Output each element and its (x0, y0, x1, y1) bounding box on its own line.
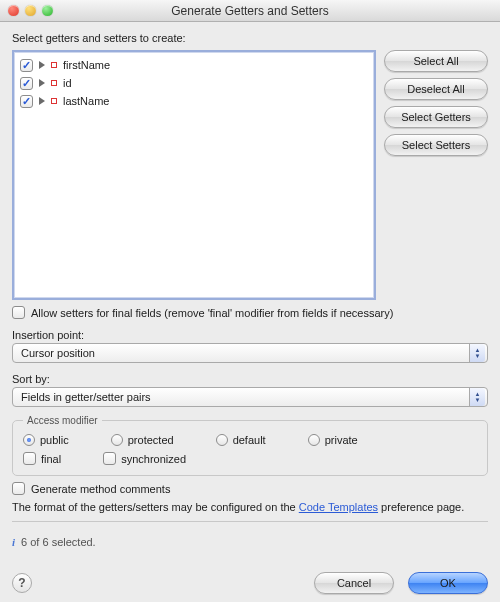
help-button[interactable]: ? (12, 573, 32, 593)
radio-icon[interactable] (111, 434, 123, 446)
checkbox-icon[interactable] (23, 452, 36, 465)
stepper-icon[interactable]: ▲▼ (469, 344, 485, 362)
field-name: firstName (63, 59, 110, 71)
dialog-body: Select getters and setters to create: fi… (0, 22, 500, 602)
radio-icon[interactable] (216, 434, 228, 446)
disclosure-icon[interactable] (39, 97, 45, 105)
tree-item[interactable]: firstName (16, 56, 372, 74)
insertion-point-select[interactable]: Cursor position ▲▼ (12, 343, 488, 363)
checkbox-label: synchronized (121, 453, 186, 465)
cancel-button[interactable]: Cancel (314, 572, 394, 594)
generate-comments-label: Generate method comments (31, 483, 170, 495)
radio-label: public (40, 434, 69, 446)
radio-default[interactable]: default (216, 434, 266, 446)
footnote: The format of the getters/setters may be… (12, 501, 488, 513)
radio-private[interactable]: private (308, 434, 358, 446)
dialog-window: Generate Getters and Setters Select gett… (0, 0, 500, 602)
ok-button[interactable]: OK (408, 572, 488, 594)
access-modifier-legend: Access modifier (23, 415, 102, 426)
insertion-point-label: Insertion point: (12, 329, 488, 341)
field-type-icon (51, 98, 57, 104)
divider (12, 521, 488, 522)
radio-label: default (233, 434, 266, 446)
footnote-post: preference page. (378, 501, 464, 513)
checkbox-icon[interactable] (20, 77, 33, 90)
sort-by-select[interactable]: Fields in getter/setter pairs ▲▼ (12, 387, 488, 407)
field-name: id (63, 77, 72, 89)
allow-final-row[interactable]: Allow setters for final fields (remove '… (12, 306, 488, 319)
select-all-button[interactable]: Select All (384, 50, 488, 72)
info-icon: i (12, 536, 15, 548)
selection-buttons: Select All Deselect All Select Getters S… (384, 50, 488, 300)
titlebar: Generate Getters and Setters (0, 0, 500, 22)
footnote-pre: The format of the getters/setters may be… (12, 501, 299, 513)
field-type-icon (51, 62, 57, 68)
checkbox-icon[interactable] (20, 95, 33, 108)
tree-item[interactable]: id (16, 74, 372, 92)
tree-item[interactable]: lastName (16, 92, 372, 110)
generate-comments-checkbox[interactable] (12, 482, 25, 495)
insertion-point-value: Cursor position (21, 347, 95, 359)
checkbox-label: final (41, 453, 61, 465)
radio-icon[interactable] (23, 434, 35, 446)
access-modifier-group: Access modifier public protected default… (12, 415, 488, 476)
field-tree[interactable]: firstName id lastName (12, 50, 376, 300)
field-type-icon (51, 80, 57, 86)
field-name: lastName (63, 95, 109, 107)
code-templates-link[interactable]: Code Templates (299, 501, 378, 513)
sort-by-label: Sort by: (12, 373, 488, 385)
checkbox-icon[interactable] (103, 452, 116, 465)
radio-protected[interactable]: protected (111, 434, 174, 446)
select-getters-button[interactable]: Select Getters (384, 106, 488, 128)
status-row: i 6 of 6 selected. (12, 536, 488, 548)
generate-comments-row[interactable]: Generate method comments (12, 482, 488, 495)
deselect-all-button[interactable]: Deselect All (384, 78, 488, 100)
select-setters-button[interactable]: Select Setters (384, 134, 488, 156)
allow-final-label: Allow setters for final fields (remove '… (31, 307, 393, 319)
disclosure-icon[interactable] (39, 79, 45, 87)
radio-label: protected (128, 434, 174, 446)
status-text: 6 of 6 selected. (21, 536, 96, 548)
radio-public[interactable]: public (23, 434, 69, 446)
radio-label: private (325, 434, 358, 446)
synchronized-checkbox-row[interactable]: synchronized (103, 452, 186, 465)
final-checkbox-row[interactable]: final (23, 452, 61, 465)
allow-final-checkbox[interactable] (12, 306, 25, 319)
radio-icon[interactable] (308, 434, 320, 446)
stepper-icon[interactable]: ▲▼ (469, 388, 485, 406)
checkbox-icon[interactable] (20, 59, 33, 72)
window-title: Generate Getters and Setters (0, 4, 500, 18)
instruction-label: Select getters and setters to create: (12, 32, 488, 44)
disclosure-icon[interactable] (39, 61, 45, 69)
sort-by-value: Fields in getter/setter pairs (21, 391, 151, 403)
